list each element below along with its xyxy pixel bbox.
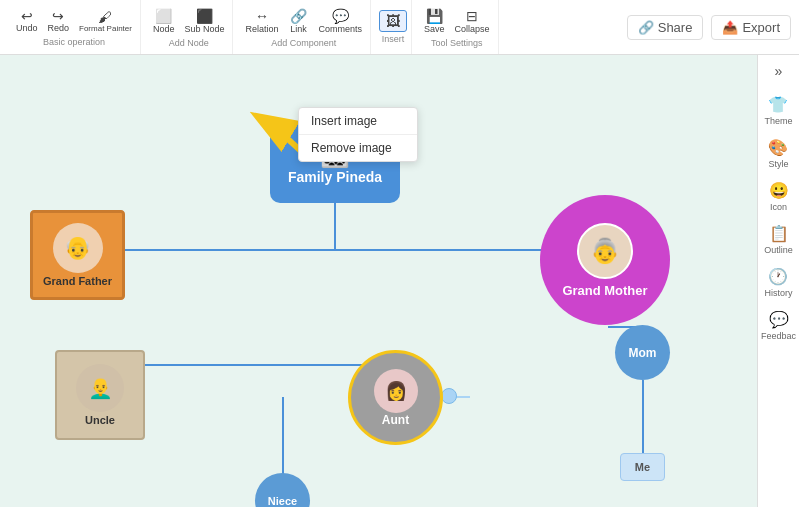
me-node[interactable]: Me	[620, 453, 665, 481]
save-button[interactable]: 💾 Save	[420, 6, 449, 36]
toolbar-group-tool-settings: 💾 Save ⊟ Collapse Tool Settings	[416, 0, 499, 54]
insert-image-option[interactable]: Insert image	[299, 108, 417, 134]
aunt-label: Aunt	[382, 413, 409, 427]
collapse-button[interactable]: ⊟ Collapse	[451, 6, 494, 36]
toolbar-group-basic: ↩ Undo ↪ Redo 🖌 Format Painter Basic ope…	[8, 0, 141, 54]
theme-icon: 👕	[768, 95, 788, 114]
aunt-connector	[441, 388, 457, 404]
uncle-avatar: 👨‍🦲	[76, 364, 124, 412]
uncle-node[interactable]: 👨‍🦲 Uncle	[55, 350, 145, 440]
remove-image-option[interactable]: Remove image	[299, 135, 417, 161]
niece-node[interactable]: Niece	[255, 473, 310, 507]
comments-button[interactable]: 💬 Comments	[315, 6, 367, 36]
redo-button[interactable]: ↪ Redo	[44, 7, 74, 35]
link-button[interactable]: 🔗 Link	[285, 6, 313, 36]
history-panel-item[interactable]: 🕐 History	[764, 267, 792, 298]
icon-panel-item[interactable]: 😀 Icon	[769, 181, 789, 212]
node-button[interactable]: ⬜ Node	[149, 6, 179, 36]
grandmother-avatar: 👵	[577, 223, 633, 279]
undo-button[interactable]: ↩ Undo	[12, 7, 42, 35]
toolbar-group-add-component: ↔ Relation 🔗 Link 💬 Comments Add Compone…	[237, 0, 371, 54]
icon-icon: 😀	[769, 181, 789, 200]
toolbar-right: 🔗 Share 📤 Export	[627, 15, 791, 40]
toolbar-group-insert: 🖼 Insert	[375, 0, 412, 54]
share-button[interactable]: 🔗 Share	[627, 15, 704, 40]
insert-dropdown: Insert image Remove image	[298, 107, 418, 162]
history-icon: 🕐	[768, 267, 788, 286]
grandfather-avatar: 👴	[53, 223, 103, 273]
export-button[interactable]: 📤 Export	[711, 15, 791, 40]
grandfather-label: Grand Father	[43, 275, 112, 287]
relation-button[interactable]: ↔ Relation	[241, 6, 282, 36]
feedback-icon: 💬	[769, 310, 789, 329]
aunt-avatar: 👩	[374, 369, 418, 413]
niece-label: Niece	[268, 495, 297, 507]
grandmother-label: Grand Mother	[562, 283, 647, 298]
style-panel-item[interactable]: 🎨 Style	[768, 138, 788, 169]
feedback-panel-item[interactable]: 💬 Feedbac	[761, 310, 796, 341]
format-painter-button[interactable]: 🖌 Format Painter	[75, 7, 136, 35]
canvas: 👨‍👩‍👧‍👦 Family Pineda 👴 Grand Father 👵 G…	[0, 55, 799, 507]
theme-panel-item[interactable]: 👕 Theme	[764, 95, 792, 126]
panel-collapse-button[interactable]: »	[775, 63, 783, 79]
outline-icon: 📋	[769, 224, 789, 243]
right-panel: » 👕 Theme 🎨 Style 😀 Icon 📋 Outline 🕐 His…	[757, 55, 799, 507]
uncle-label: Uncle	[85, 414, 115, 426]
toolbar: ↩ Undo ↪ Redo 🖌 Format Painter Basic ope…	[0, 0, 799, 55]
toolbar-group-add-node: ⬜ Node ⬛ Sub Node Add Node	[145, 0, 234, 54]
aunt-node[interactable]: 👩 Aunt	[348, 350, 443, 445]
grandfather-node[interactable]: 👴 Grand Father	[30, 210, 125, 300]
outline-panel-item[interactable]: 📋 Outline	[764, 224, 793, 255]
grandmother-node[interactable]: 👵 Grand Mother	[540, 195, 670, 325]
mom-node[interactable]: Mom	[615, 325, 670, 380]
share-icon: 🔗	[638, 20, 654, 35]
me-label: Me	[635, 461, 650, 473]
family-label: Family Pineda	[288, 169, 382, 185]
insert-button[interactable]: 🖼	[379, 10, 407, 32]
mom-label: Mom	[629, 346, 657, 360]
style-icon: 🎨	[768, 138, 788, 157]
sub-node-button[interactable]: ⬛ Sub Node	[180, 6, 228, 36]
export-icon: 📤	[722, 20, 738, 35]
